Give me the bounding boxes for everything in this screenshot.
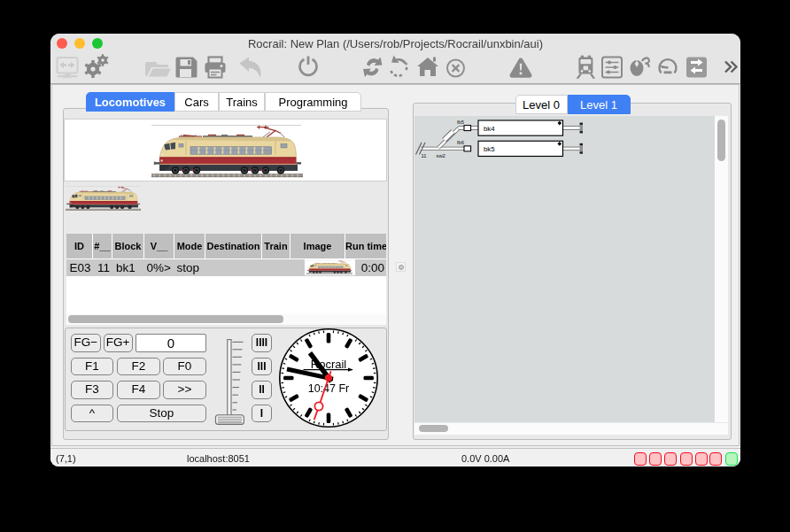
- svg-text:10:47 Fr: 10:47 Fr: [308, 382, 350, 395]
- svg-text:sw2: sw2: [437, 152, 445, 158]
- svg-text:fb5: fb5: [457, 119, 464, 124]
- svg-text:bk4: bk4: [484, 125, 495, 133]
- svg-text:bk5: bk5: [484, 145, 495, 153]
- svg-text:11: 11: [422, 152, 427, 158]
- svg-text:fb6: fb6: [457, 140, 464, 145]
